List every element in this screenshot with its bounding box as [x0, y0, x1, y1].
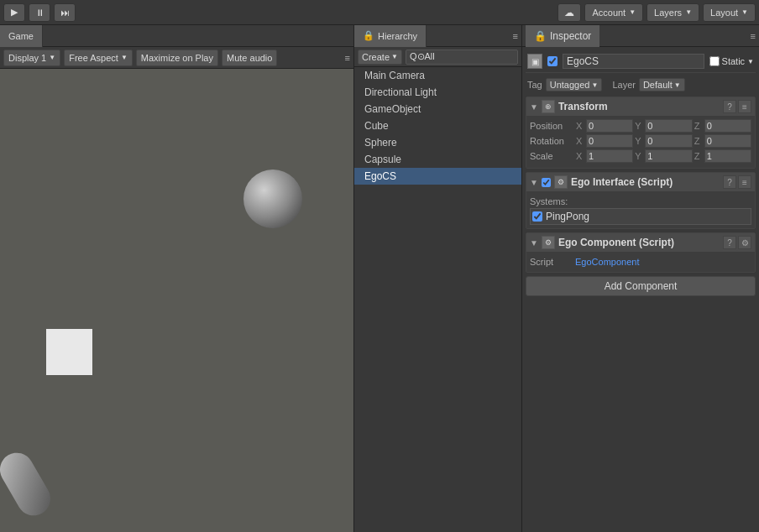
position-z-input[interactable] [704, 119, 751, 133]
list-item-selected[interactable]: EgoCS [354, 168, 521, 185]
list-item[interactable]: GameObject [354, 101, 521, 117]
rotation-x-input[interactable] [586, 134, 633, 148]
layers-dropdown[interactable]: Layers ▼ [646, 3, 699, 22]
layer-dropdown[interactable]: Default ▼ [639, 78, 685, 91]
position-y-input[interactable] [645, 119, 692, 133]
account-dropdown[interactable]: Account ▼ [584, 3, 643, 22]
transform-header[interactable]: ▼ ⊕ Transform ? ≡ [526, 97, 755, 116]
position-x-input[interactable] [586, 119, 633, 133]
hierarchy-toolbar: Create ▼ Q⊙All [354, 47, 521, 67]
list-item[interactable]: Sphere [354, 134, 521, 151]
z-label: Z [694, 121, 703, 131]
ego-interface-menu-btn[interactable]: ≡ [738, 175, 751, 189]
ego-interface-body: Systems: PingPong [526, 191, 755, 228]
ego-component-buttons: ? ⚙ [723, 236, 751, 249]
object-name-input[interactable] [563, 54, 704, 69]
create-dropdown[interactable]: Create ▼ [358, 50, 402, 65]
cloud-button[interactable]: ☁ [557, 3, 581, 22]
transform-menu-btn[interactable]: ≡ [738, 100, 751, 113]
sz-label: Z [694, 151, 703, 161]
rotation-xyz: X Y Z [576, 134, 751, 148]
hierarchy-item-label: Directional Light [364, 86, 437, 98]
top-toolbar: ▶ ⏸ ⏭ ☁ Account ▼ Layers ▼ Layout ▼ [0, 0, 759, 25]
rotation-y-input[interactable] [645, 134, 692, 148]
ego-interface-section: ▼ ⚙ Ego Interface (Script) ? ≡ Systems: … [526, 172, 756, 229]
sy-label: Y [635, 151, 643, 161]
hierarchy-menu-icon[interactable]: ≡ [513, 31, 521, 41]
aspect-label: Free Aspect [69, 53, 118, 63]
account-chevron-icon: ▼ [629, 8, 636, 16]
inspector-menu-icon[interactable]: ≡ [751, 31, 756, 41]
cube-object [46, 329, 92, 375]
ego-interface-active-checkbox[interactable] [542, 178, 551, 187]
inspector-icons: ≡ [751, 31, 756, 41]
y-label: Y [635, 121, 643, 131]
transform-edit-btn[interactable]: ? [723, 100, 736, 113]
ego-component-header[interactable]: ▼ ⚙ Ego Component (Script) ? ⚙ [526, 233, 755, 252]
scale-z-input[interactable] [704, 149, 751, 163]
scale-y-field: Y [635, 149, 692, 163]
tab-hierarchy[interactable]: 🔒 Hierarchy [354, 25, 427, 47]
pingpong-label: PingPong [546, 211, 589, 222]
position-label: Position [530, 121, 576, 131]
layout-dropdown[interactable]: Layout ▼ [703, 3, 756, 22]
inspector-lock-icon: 🔒 [534, 30, 547, 42]
pingpong-checkbox[interactable] [532, 211, 542, 222]
search-placeholder: Q⊙All [410, 51, 435, 62]
ego-interface-title: Ego Interface (Script) [571, 176, 720, 188]
tab-game[interactable]: Game [0, 25, 43, 47]
position-row: Position X Y Z [530, 119, 751, 133]
ego-interface-buttons: ? ≡ [723, 175, 751, 189]
maximize-label: Maximize on Play [141, 53, 213, 63]
display-dropdown[interactable]: Display 1 ▼ [3, 50, 60, 66]
ego-interface-header[interactable]: ▼ ⚙ Ego Interface (Script) ? ≡ [526, 173, 755, 191]
pingpong-row: PingPong [530, 208, 751, 225]
scale-y-input[interactable] [645, 149, 692, 163]
pause-button[interactable]: ⏸ [29, 3, 50, 22]
object-active-checkbox[interactable] [547, 56, 557, 66]
game-panel: Game Display 1 ▼ Free Aspect ▼ Maximize … [0, 25, 354, 532]
tab-inspector[interactable]: 🔒 Inspector [526, 25, 599, 47]
script-value: EgoComponent [575, 257, 639, 267]
list-item[interactable]: Main Camera [354, 67, 521, 84]
inspector-tab-bar: 🔒 Inspector ≡ [522, 25, 759, 47]
ego-component-menu-btn[interactable]: ⚙ [738, 236, 751, 249]
hierarchy-search[interactable]: Q⊙All [406, 50, 518, 65]
add-component-label: Add Component [605, 280, 678, 292]
maximize-button[interactable]: Maximize on Play [136, 50, 218, 66]
ego-interface-edit-btn[interactable]: ? [723, 175, 736, 189]
ego-component-edit-btn[interactable]: ? [723, 236, 736, 249]
object-icon: ▣ [527, 54, 542, 69]
tag-chevron-icon: ▼ [591, 81, 598, 89]
static-chevron-icon: ▼ [747, 58, 754, 65]
list-item[interactable]: Directional Light [354, 84, 521, 101]
add-component-button[interactable]: Add Component [526, 276, 756, 296]
ry-label: Y [635, 136, 643, 146]
scale-x-input[interactable] [586, 149, 633, 163]
mute-button[interactable]: Mute audio [222, 50, 277, 66]
play-button[interactable]: ▶ [3, 3, 25, 22]
mute-label: Mute audio [227, 53, 272, 63]
hierarchy-lock-icon: 🔒 [363, 30, 374, 41]
list-item[interactable]: Cube [354, 117, 521, 134]
sphere-object [243, 170, 302, 228]
game-menu-icon[interactable]: ≡ [345, 53, 350, 63]
aspect-dropdown[interactable]: Free Aspect ▼ [64, 50, 133, 66]
capsule-object [0, 446, 56, 521]
tag-dropdown[interactable]: Untagged ▼ [546, 78, 603, 91]
hierarchy-item-label: Cube [364, 120, 389, 132]
list-item[interactable]: Capsule [354, 151, 521, 168]
layer-label: Layer [612, 80, 636, 90]
scale-label: Scale [530, 151, 576, 161]
position-z-field: Z [694, 119, 751, 133]
rotation-z-input[interactable] [704, 134, 751, 148]
step-button[interactable]: ⏭ [54, 3, 76, 22]
aspect-chevron-icon: ▼ [121, 54, 128, 61]
hierarchy-item-label: Sphere [364, 137, 397, 149]
rotation-z-field: Z [694, 134, 751, 148]
cloud-icon: ☁ [564, 7, 574, 18]
game-toolbar: Display 1 ▼ Free Aspect ▼ Maximize on Pl… [0, 47, 353, 69]
static-checkbox[interactable] [709, 56, 720, 66]
systems-label: Systems: [530, 195, 751, 208]
transform-arrow-icon: ▼ [530, 102, 538, 112]
